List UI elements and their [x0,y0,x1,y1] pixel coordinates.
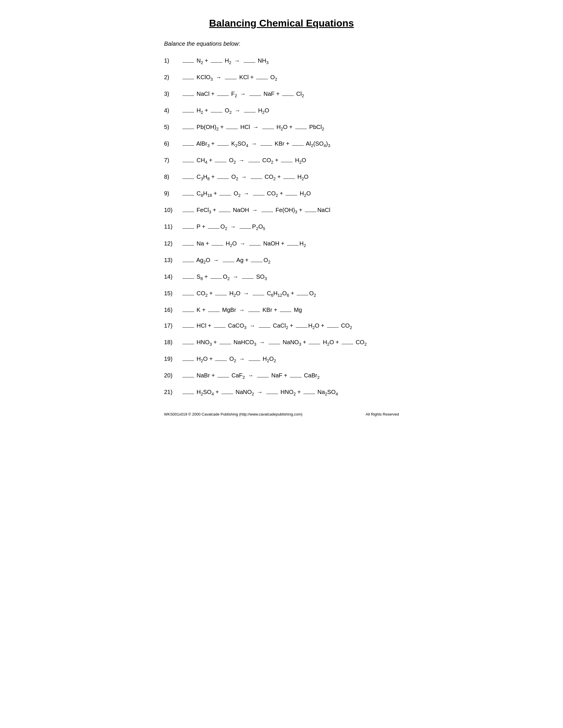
equation-content: C8H18 + O2 → CO2 + H2O [181,189,399,199]
equations-list: 1) N2 + H2 → NH32) KClO3 → KCl + O23) Na… [164,56,399,397]
equation-item: 15) CO2 + H2O → C6H12O6 + O2 [164,289,399,299]
equation-number: 19) [164,354,181,363]
equation-item: 16) K + MgBr → KBr + Mg [164,305,399,314]
equation-number: 16) [164,305,181,314]
equation-item: 14) S8 + O2 → SO3 [164,272,399,282]
equation-item: 5) Pb(OH)2 + HCl → H2O + PbCl2 [164,122,399,132]
equation-item: 2) KClO3 → KCl + O2 [164,73,399,83]
equation-content: NaCl + F2 → NaF + Cl2 [181,89,399,99]
equation-number: 18) [164,338,181,347]
equation-content: CH4 + O2 → CO2 + H2O [181,156,399,166]
equation-item: 21) H2SO4 + NaNO2 → HNO2 + Na2SO4 [164,387,399,397]
equation-number: 3) [164,89,181,98]
equation-number: 4) [164,106,181,115]
page-title: Balancing Chemical Equations [164,17,399,29]
equation-item: 13) Ag2O → Ag + O2 [164,255,399,266]
footer: WKS001x019 © 2000 Cavalcade Publishing (… [164,412,399,416]
equation-content: Ag2O → Ag + O2 [181,255,399,266]
equation-number: 6) [164,139,181,148]
equation-item: 1) N2 + H2 → NH3 [164,56,399,66]
equation-number: 11) [164,222,181,231]
equation-content: H2O + O2 → H2O2 [181,354,399,364]
equation-item: 8) C3H8 + O2 → CO2 + H2O [164,172,399,182]
equation-number: 1) [164,56,181,65]
equation-number: 8) [164,172,181,181]
equation-item: 18) HNO3 + NaHCO3 → NaNO3 + H2O + CO2 [164,338,399,348]
equation-content: FeCl3 + NaOH → Fe(OH)3 + NaCl [181,205,399,215]
equation-number: 15) [164,289,181,298]
equation-number: 2) [164,73,181,82]
equation-item: 17) HCl + CaCO3 → CaCl2 + H2O + CO2 [164,321,399,331]
equation-content: KClO3 → KCl + O2 [181,73,399,83]
equation-number: 13) [164,255,181,265]
equation-content: HCl + CaCO3 → CaCl2 + H2O + CO2 [181,321,399,331]
equation-content: C3H8 + O2 → CO2 + H2O [181,172,399,182]
equation-item: 7) CH4 + O2 → CO2 + H2O [164,156,399,166]
equation-item: 4) H2 + O2 → H2O [164,106,399,116]
equation-content: K + MgBr → KBr + Mg [181,305,399,314]
equation-content: HNO3 + NaHCO3 → NaNO3 + H2O + CO2 [181,338,399,348]
equation-item: 19) H2O + O2 → H2O2 [164,354,399,364]
equation-content: P + O2 → P2O5 [181,222,399,232]
equation-number: 5) [164,122,181,132]
equation-number: 20) [164,371,181,380]
equation-number: 14) [164,272,181,281]
equation-content: CO2 + H2O → C6H12O6 + O2 [181,289,399,299]
footer-right: All Rights Reserved [366,412,399,416]
equation-content: S8 + O2 → SO3 [181,272,399,282]
equation-number: 9) [164,189,181,198]
equation-content: NaBr + CaF2 → NaF + CaBr2 [181,371,399,381]
equation-content: Pb(OH)2 + HCl → H2O + PbCl2 [181,122,399,132]
equation-content: H2 + O2 → H2O [181,106,399,116]
equation-content: N2 + H2 → NH3 [181,56,399,66]
subtitle: Balance the equations below: [164,40,399,47]
equation-item: 6) AlBr3 + K2SO4 → KBr + Al2(SO4)3 [164,139,399,149]
equation-content: Na + H2O → NaOH + H2 [181,239,399,249]
footer-left: WKS001x019 © 2000 Cavalcade Publishing (… [164,412,303,416]
equation-item: 10) FeCl3 + NaOH → Fe(OH)3 + NaCl [164,205,399,215]
equation-item: 3) NaCl + F2 → NaF + Cl2 [164,89,399,99]
equation-number: 17) [164,321,181,330]
equation-number: 10) [164,205,181,215]
equation-number: 12) [164,239,181,248]
equation-item: 9) C8H18 + O2 → CO2 + H2O [164,189,399,199]
equation-item: 12) Na + H2O → NaOH + H2 [164,239,399,249]
equation-number: 21) [164,387,181,397]
equation-number: 7) [164,156,181,165]
equation-item: 11) P + O2 → P2O5 [164,222,399,232]
equation-content: AlBr3 + K2SO4 → KBr + Al2(SO4)3 [181,139,399,149]
equation-content: H2SO4 + NaNO2 → HNO2 + Na2SO4 [181,387,399,397]
equation-item: 20) NaBr + CaF2 → NaF + CaBr2 [164,371,399,381]
